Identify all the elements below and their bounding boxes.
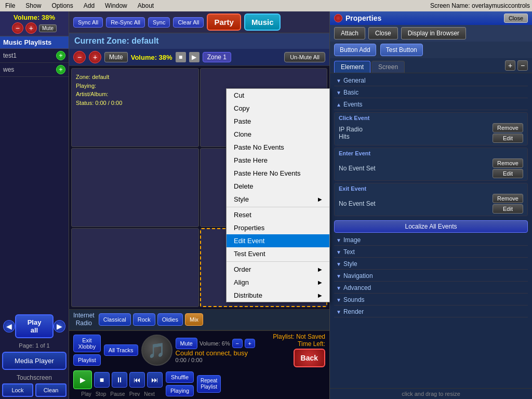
menu-show[interactable]: Show: [22, 1, 44, 10]
clean-button[interactable]: Clean: [35, 383, 66, 397]
zone-mute-button[interactable]: Mute: [104, 52, 128, 62]
menu-add[interactable]: Add: [81, 1, 98, 10]
ctx-reset[interactable]: Reset: [227, 208, 329, 221]
ctx-paste-no-events[interactable]: Paste No Events: [227, 141, 329, 154]
section-image: ▼ Image: [334, 235, 528, 246]
enter-remove-button[interactable]: Remove: [493, 158, 523, 168]
lock-button[interactable]: Lock: [2, 383, 33, 397]
vol-up-player-button[interactable]: +: [245, 339, 255, 348]
style-chevron-icon: ▼: [336, 261, 341, 267]
playlist-add-button[interactable]: +: [56, 51, 65, 60]
attach-button[interactable]: Attach: [334, 27, 365, 39]
ctx-style[interactable]: Style: [227, 193, 329, 206]
media-player-button[interactable]: Media Player: [2, 352, 66, 370]
mute-button[interactable]: Mute: [39, 24, 57, 32]
menu-options[interactable]: Options: [48, 1, 76, 10]
ctx-divider-1: [227, 207, 329, 207]
sync-button[interactable]: Sync: [148, 17, 170, 28]
properties-indicator: [334, 14, 342, 22]
ctx-clone[interactable]: Clone: [227, 128, 329, 141]
ctx-cut[interactable]: Cut: [227, 89, 329, 102]
next-label: Next: [144, 391, 155, 397]
prev-button[interactable]: ⏮: [129, 372, 145, 388]
image-header[interactable]: ▼ Image: [334, 235, 528, 246]
click-edit-button[interactable]: Edit: [493, 134, 523, 143]
menu-file[interactable]: File: [2, 1, 18, 10]
properties-close-button[interactable]: Close: [504, 14, 528, 23]
ctx-paste-here-no-events[interactable]: Paste Here No Events: [227, 167, 329, 180]
exit-xlobby-button[interactable]: ExitXlobby: [73, 335, 101, 352]
section-general[interactable]: ▼ General: [334, 75, 528, 86]
sounds-header[interactable]: ▼ Sounds: [334, 295, 528, 305]
playing-button[interactable]: Playing: [166, 385, 194, 396]
volume-increase-button[interactable]: +: [25, 22, 37, 34]
menu-about[interactable]: About: [135, 1, 157, 10]
close-action-button[interactable]: Close: [368, 27, 398, 39]
ctx-edit-event[interactable]: Edit Event: [227, 234, 329, 247]
test-button-button[interactable]: Test Button: [380, 44, 423, 56]
unmute-all-button[interactable]: Un-Mute All: [284, 52, 325, 62]
party-button[interactable]: Party: [207, 14, 241, 31]
tab-remove-button[interactable]: −: [517, 60, 528, 71]
play-button[interactable]: ▶: [73, 370, 92, 389]
classical-button[interactable]: Classical: [99, 313, 131, 326]
click-remove-button[interactable]: Remove: [493, 123, 523, 132]
ctx-align[interactable]: Align: [227, 276, 329, 289]
next-button[interactable]: ⏭: [147, 372, 163, 388]
volume-decrease-button[interactable]: −: [12, 22, 23, 34]
button-add-button[interactable]: Button Add: [334, 44, 376, 56]
tab-screen[interactable]: Screen: [371, 61, 405, 73]
mix-button[interactable]: Mix: [185, 313, 203, 326]
advanced-chevron-icon: ▼: [336, 285, 341, 291]
tab-element[interactable]: Element: [334, 61, 370, 73]
section-basic[interactable]: ▼ Basic: [334, 87, 528, 98]
all-tracks-button[interactable]: All Tracks: [104, 344, 138, 356]
ctx-copy[interactable]: Copy: [227, 102, 329, 115]
playlist-button[interactable]: Playlist: [73, 354, 101, 366]
ctx-order[interactable]: Order: [227, 263, 329, 276]
zone-volume-decrease-button[interactable]: −: [73, 51, 86, 63]
localize-all-events-button[interactable]: Localize All Events: [334, 220, 528, 233]
mute-player-button[interactable]: Mute: [176, 338, 197, 349]
exit-edit-button[interactable]: Edit: [493, 204, 523, 214]
render-chevron-icon: ▼: [336, 309, 341, 315]
navigation-header[interactable]: ▼ Navigation: [334, 271, 528, 282]
enter-edit-button[interactable]: Edit: [493, 169, 523, 178]
ctx-paste[interactable]: Paste: [227, 115, 329, 128]
menu-window[interactable]: Window: [102, 1, 130, 10]
section-events[interactable]: ▲ Events: [334, 99, 528, 110]
oldies-button[interactable]: Oldies: [157, 313, 183, 326]
prev-page-button[interactable]: ◀: [3, 320, 15, 332]
ctx-properties[interactable]: Properties: [227, 221, 329, 234]
clear-all-button[interactable]: Clear All: [173, 17, 204, 28]
re-sync-all-button[interactable]: Re-Sync All: [106, 17, 145, 28]
zone-play-icon: ▶: [189, 52, 200, 62]
back-button[interactable]: Back: [294, 349, 325, 367]
zone-volume-increase-button[interactable]: +: [89, 51, 101, 63]
repeat-playlist-button[interactable]: RepeatPlaylist: [197, 375, 221, 393]
stop-button[interactable]: ■: [94, 372, 110, 388]
shuffle-button[interactable]: Shuffle: [166, 371, 194, 383]
exit-remove-button[interactable]: Remove: [493, 194, 523, 203]
rock-button[interactable]: Rock: [133, 313, 155, 326]
ctx-distribute[interactable]: Distribute: [227, 289, 329, 302]
vol-down-player-button[interactable]: −: [232, 339, 243, 348]
pause-button[interactable]: ⏸: [112, 372, 127, 388]
tab-add-button[interactable]: +: [505, 60, 515, 71]
ctx-delete[interactable]: Delete: [227, 180, 329, 193]
advanced-header[interactable]: ▼ Advanced: [334, 283, 528, 294]
play-all-button[interactable]: Play all: [15, 314, 54, 338]
sync-all-button[interactable]: Sync All: [73, 17, 103, 28]
zone-info-line2: Playing:: [76, 82, 122, 90]
render-header[interactable]: ▼ Render: [334, 307, 528, 317]
properties-header: Properties Close: [330, 11, 532, 25]
ctx-test-event[interactable]: Test Event: [227, 247, 329, 260]
next-page-button[interactable]: ▶: [54, 320, 65, 332]
music-button[interactable]: Music: [244, 14, 281, 31]
text-header[interactable]: ▼ Text: [334, 247, 528, 258]
style-header[interactable]: ▼ Style: [334, 259, 528, 270]
playlist-add-button[interactable]: +: [56, 65, 65, 74]
ctx-paste-here[interactable]: Paste Here: [227, 154, 329, 167]
bottom-player: ExitXlobby Playlist All Tracks 🎵 Mute Vo…: [69, 330, 329, 399]
display-browser-button[interactable]: Display in Browser: [401, 27, 466, 39]
